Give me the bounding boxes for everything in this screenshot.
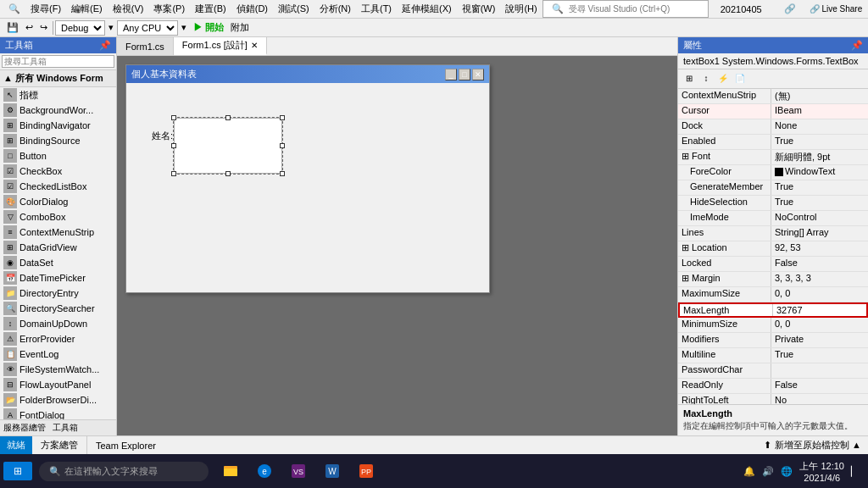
list-item[interactable]: ⊞DataGridView [0,240,116,255]
props-events-btn[interactable]: ⚡ [715,71,731,86]
list-item[interactable]: ◉DataSet [0,255,116,270]
prop-val[interactable]: True [771,196,868,210]
toolbox-pin-icon[interactable]: 📌 [99,40,111,51]
prop-val[interactable]: True [771,348,868,363]
list-item[interactable]: ↖指標 [0,87,116,103]
vcs-status[interactable]: ⬆ 新增至原始檔控制 ▲ [757,437,868,453]
prop-val[interactable]: 3, 3, 3, 3 [771,272,868,286]
handle-tl[interactable] [171,115,176,120]
props-pages-btn[interactable]: 📄 [732,71,748,86]
menu-item-help[interactable]: 說明(H) [500,1,542,17]
list-item[interactable]: ⊟FlowLayoutPanel [0,377,116,392]
list-item[interactable]: □Button [0,148,116,164]
toolbar-redo[interactable]: ↪ [36,20,51,35]
taskbar-icon-vs[interactable]: VS [283,456,314,486]
menu-item-tools[interactable]: 工具(T) [356,1,397,17]
handle-bl[interactable] [171,171,176,176]
list-item[interactable]: 🎨ColorDialog [0,194,116,209]
taskbar-icon-word[interactable]: W [317,456,348,486]
toolbox-search-box[interactable] [0,53,116,70]
taskbar-icon-4[interactable]: PP [351,456,381,486]
start-button[interactable]: ⊞ [3,462,32,480]
list-item[interactable]: ≡ContextMenuStrip [0,225,116,240]
prop-val[interactable]: Private [771,333,868,347]
textbox-selection[interactable] [173,117,283,175]
form-body[interactable]: 姓名: [126,83,489,286]
list-item[interactable]: 📂FolderBrowserDi... [0,392,116,408]
toolbox-footer-server[interactable]: 服務器總管 [3,422,46,434]
toolbox-footer-tools[interactable]: 工具箱 [53,422,78,434]
prop-key[interactable]: PasswordChar [678,363,771,378]
prop-val[interactable]: 0, 0 [771,318,868,332]
list-item[interactable]: 📁DirectoryEntry [0,286,116,301]
textbox-control[interactable] [174,118,282,174]
form-maximize-btn[interactable]: □ [459,69,470,80]
menu-search-input[interactable] [569,4,704,14]
prop-key[interactable]: MaximumSize [678,287,771,302]
menu-item-view[interactable]: 檢視(V) [108,1,149,17]
list-item[interactable]: AFontDialog [0,408,116,419]
prop-key[interactable]: ⊞ Font [678,150,771,164]
prop-val[interactable] [771,363,868,378]
menu-item-project[interactable]: 專案(P) [148,1,190,17]
attach-btn[interactable]: 附加 [227,19,253,36]
prop-key[interactable]: HideSelection [678,196,771,210]
prop-key[interactable]: Dock [678,119,771,134]
toolbar-undo[interactable]: ↩ [22,20,36,35]
list-item[interactable]: ▽ComboBox [0,209,116,225]
taskbar-show-desktop[interactable]: ▏ [851,466,858,477]
handle-mr[interactable] [280,143,285,148]
handle-br[interactable] [280,171,285,176]
taskbar-icon-edge[interactable]: e [249,456,280,486]
prop-val[interactable]: False [771,379,868,393]
prop-val[interactable]: True [771,135,868,149]
form-minimize-btn[interactable]: _ [445,69,457,80]
start-btn[interactable]: ▶ 開始 [190,19,227,36]
menu-search-box[interactable]: 🔍 [542,0,709,18]
props-pin-icon[interactable]: 📌 [851,40,863,51]
prop-key-cursor[interactable]: Cursor [678,104,771,119]
menu-item-analyze[interactable]: 分析(N) [314,1,356,17]
list-item[interactable]: ↕DomainUpDown [0,316,116,331]
props-alpha-btn[interactable]: ↕ [698,71,714,86]
props-categories-btn[interactable]: ⊞ [682,71,697,86]
prop-val[interactable]: String[] Array [771,226,868,241]
prop-key[interactable]: ⊞ Margin [678,272,771,286]
prop-val-maxlength[interactable]: 32767 [773,304,866,316]
menu-item-search[interactable]: 搜尋(F) [25,1,66,17]
table-row-maxlength[interactable]: MaxLength 32767 [678,302,868,318]
prop-key[interactable]: ⊞ Location [678,241,771,256]
toolbar-save[interactable]: 💾 [3,20,22,35]
prop-key[interactable]: ImeMode [678,211,771,225]
prop-val[interactable]: True [771,180,868,195]
taskbar-volume-icon[interactable]: 🔊 [762,466,774,477]
prop-val[interactable]: False [771,257,868,271]
designer-canvas[interactable]: 個人基本資料表 _ □ ✕ [117,56,677,435]
prop-key[interactable]: Enabled [678,135,771,149]
handle-tr[interactable] [280,115,285,120]
cpu-select[interactable]: Any CPU [117,20,178,36]
list-item[interactable]: ⚙BackgroundWor... [0,103,116,118]
prop-key[interactable]: ReadOnly [678,379,771,393]
prop-key[interactable]: RightToLeft [678,394,771,404]
handle-bc[interactable] [225,171,231,176]
prop-val[interactable]: No [771,394,868,404]
list-item[interactable]: ☑CheckBox [0,164,116,179]
prop-val[interactable]: (無) [771,89,868,103]
toolbox-section-all[interactable]: ▲ 所有 Windows Form [0,70,116,87]
toolbox-search-input[interactable] [2,55,114,68]
handle-ml[interactable] [171,143,176,148]
prop-val[interactable]: 92, 53 [771,241,868,256]
prop-val-cursor[interactable]: IBeam [771,104,868,119]
prop-key[interactable]: GenerateMember [678,180,771,195]
menu-item-build[interactable]: 建置(B) [190,1,231,17]
prop-val[interactable]: WindowText [771,165,868,180]
close-tab-icon[interactable]: ✕ [251,41,258,50]
prop-key-maxlength[interactable]: MaxLength [680,304,773,316]
debug-select[interactable]: Debug [55,20,105,36]
taskbar-icon-explorer[interactable] [215,456,246,486]
live-share-btn[interactable]: 🔗 🔗 Live Share [774,0,868,18]
menu-item-extend[interactable]: 延伸模組(X) [397,1,457,17]
list-item[interactable]: 🔍DirectorySearcher [0,301,116,316]
prop-key[interactable]: Locked [678,257,771,271]
